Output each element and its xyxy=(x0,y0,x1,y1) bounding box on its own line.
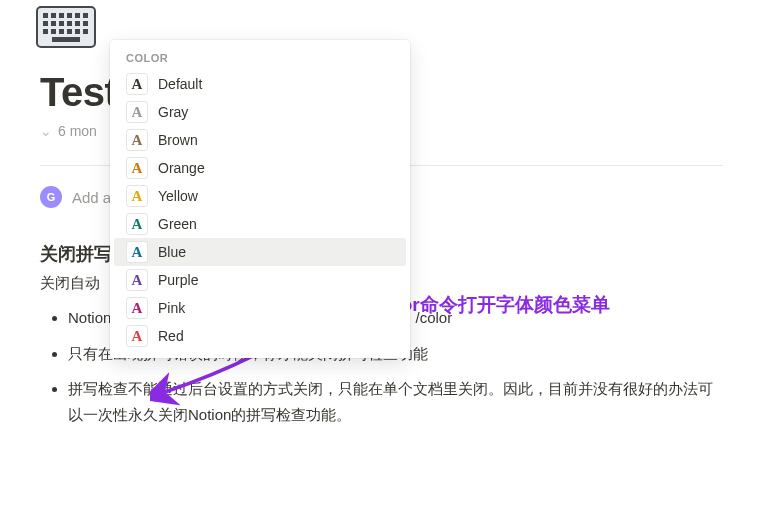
color-option-label: Brown xyxy=(158,132,198,148)
popover-header: COLOR xyxy=(114,50,406,70)
svg-rect-4 xyxy=(67,13,72,18)
color-option-label: Red xyxy=(158,328,184,344)
color-swatch-icon: A xyxy=(126,157,148,179)
svg-rect-19 xyxy=(52,37,80,42)
svg-rect-7 xyxy=(43,21,48,26)
color-swatch-icon: A xyxy=(126,213,148,235)
color-swatch-icon: A xyxy=(126,325,148,347)
svg-rect-5 xyxy=(75,13,80,18)
color-option-label: Green xyxy=(158,216,197,232)
color-option-label: Gray xyxy=(158,104,188,120)
chevron-down-icon: ⌄ xyxy=(40,123,52,139)
svg-rect-1 xyxy=(43,13,48,18)
color-swatch-icon: A xyxy=(126,129,148,151)
svg-rect-10 xyxy=(67,21,72,26)
color-swatch-icon: A xyxy=(126,185,148,207)
color-option-orange[interactable]: AOrange xyxy=(114,154,406,182)
color-swatch-icon: A xyxy=(126,297,148,319)
color-option-purple[interactable]: APurple xyxy=(114,266,406,294)
color-option-label: Pink xyxy=(158,300,185,316)
svg-rect-11 xyxy=(75,21,80,26)
svg-rect-8 xyxy=(51,21,56,26)
color-option-label: Blue xyxy=(158,244,186,260)
color-option-blue[interactable]: ABlue xyxy=(114,238,406,266)
color-option-red[interactable]: ARed xyxy=(114,322,406,350)
svg-rect-15 xyxy=(59,29,64,34)
svg-rect-17 xyxy=(75,29,80,34)
color-swatch-icon: A xyxy=(126,241,148,263)
svg-rect-13 xyxy=(43,29,48,34)
color-option-label: Yellow xyxy=(158,188,198,204)
color-picker-popover: COLOR ADefaultAGrayABrownAOrangeAYellowA… xyxy=(110,40,410,358)
svg-rect-16 xyxy=(67,29,72,34)
svg-rect-18 xyxy=(83,29,88,34)
svg-rect-9 xyxy=(59,21,64,26)
color-option-pink[interactable]: APink xyxy=(114,294,406,322)
color-option-green[interactable]: AGreen xyxy=(114,210,406,238)
color-option-label: Default xyxy=(158,76,202,92)
svg-rect-12 xyxy=(83,21,88,26)
color-option-gray[interactable]: AGray xyxy=(114,98,406,126)
avatar: G xyxy=(40,186,62,208)
color-option-brown[interactable]: ABrown xyxy=(114,126,406,154)
color-option-label: Orange xyxy=(158,160,205,176)
color-option-yellow[interactable]: AYellow xyxy=(114,182,406,210)
svg-rect-6 xyxy=(83,13,88,18)
svg-rect-14 xyxy=(51,29,56,34)
svg-rect-2 xyxy=(51,13,56,18)
list-item[interactable]: 拼写检查不能通过后台设置的方式关闭，只能在单个文档里关闭。因此，目前并没有很好的… xyxy=(68,376,723,427)
add-placeholder: Add a xyxy=(72,189,111,206)
svg-rect-3 xyxy=(59,13,64,18)
color-swatch-icon: A xyxy=(126,269,148,291)
color-option-default[interactable]: ADefault xyxy=(114,70,406,98)
color-option-label: Purple xyxy=(158,272,198,288)
color-swatch-icon: A xyxy=(126,73,148,95)
color-swatch-icon: A xyxy=(126,101,148,123)
meta-text: 6 mon xyxy=(58,123,97,139)
